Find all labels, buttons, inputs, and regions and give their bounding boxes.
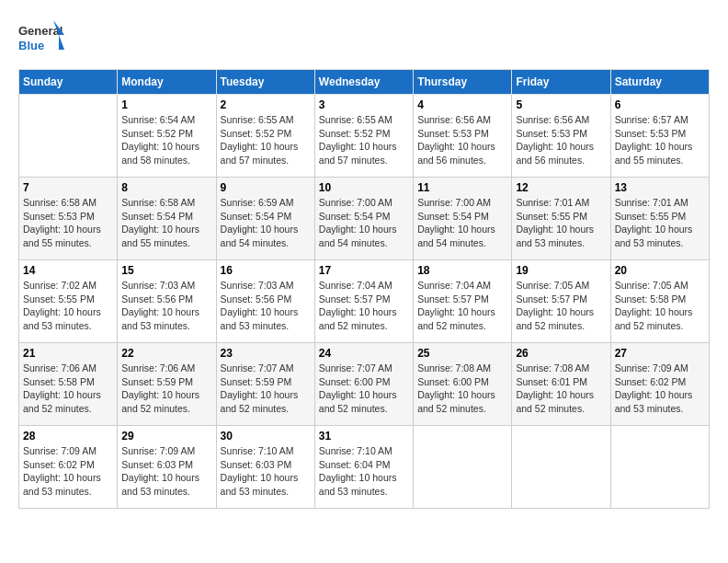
col-header-sunday: Sunday bbox=[19, 70, 118, 95]
day-number: 19 bbox=[516, 264, 606, 277]
day-number: 15 bbox=[121, 264, 211, 277]
calendar-week-row: 28 Sunrise: 7:09 AMSunset: 6:02 PMDaylig… bbox=[19, 426, 710, 509]
day-number: 27 bbox=[615, 347, 705, 360]
calendar-cell: 24 Sunrise: 7:07 AMSunset: 6:00 PMDaylig… bbox=[314, 343, 413, 426]
day-number: 26 bbox=[516, 347, 606, 360]
cell-info: Sunrise: 7:09 AMSunset: 6:03 PMDaylight:… bbox=[121, 445, 199, 497]
cell-info: Sunrise: 7:08 AMSunset: 6:00 PMDaylight:… bbox=[417, 362, 495, 414]
cell-info: Sunrise: 7:00 AMSunset: 5:54 PMDaylight:… bbox=[319, 197, 397, 248]
calendar-cell: 10 Sunrise: 7:00 AMSunset: 5:54 PMDaylig… bbox=[314, 178, 413, 260]
day-number: 7 bbox=[23, 181, 113, 194]
calendar-cell: 8 Sunrise: 6:58 AMSunset: 5:54 PMDayligh… bbox=[118, 178, 216, 260]
day-number: 13 bbox=[615, 181, 705, 194]
calendar-cell: 23 Sunrise: 7:07 AMSunset: 5:59 PMDaylig… bbox=[216, 343, 314, 426]
calendar-cell: 16 Sunrise: 7:03 AMSunset: 5:56 PMDaylig… bbox=[216, 260, 314, 343]
calendar-week-row: 21 Sunrise: 7:06 AMSunset: 5:58 PMDaylig… bbox=[19, 343, 710, 426]
cell-info: Sunrise: 7:07 AMSunset: 6:00 PMDaylight:… bbox=[319, 362, 397, 414]
cell-info: Sunrise: 6:54 AMSunset: 5:52 PMDaylight:… bbox=[121, 114, 199, 166]
calendar-cell: 2 Sunrise: 6:55 AMSunset: 5:52 PMDayligh… bbox=[216, 95, 314, 178]
day-number: 6 bbox=[615, 98, 705, 111]
day-number: 11 bbox=[417, 181, 507, 194]
cell-info: Sunrise: 7:08 AMSunset: 6:01 PMDaylight:… bbox=[516, 362, 594, 414]
cell-info: Sunrise: 7:03 AMSunset: 5:56 PMDaylight:… bbox=[121, 280, 199, 331]
header: General Blue bbox=[18, 18, 710, 60]
cell-info: Sunrise: 6:57 AMSunset: 5:53 PMDaylight:… bbox=[615, 114, 693, 166]
cell-info: Sunrise: 7:05 AMSunset: 5:57 PMDaylight:… bbox=[516, 280, 594, 331]
day-number: 16 bbox=[221, 264, 311, 277]
col-header-thursday: Thursday bbox=[414, 70, 512, 95]
cell-info: Sunrise: 6:58 AMSunset: 5:53 PMDaylight:… bbox=[23, 197, 101, 248]
calendar-cell: 27 Sunrise: 7:09 AMSunset: 6:02 PMDaylig… bbox=[610, 343, 709, 426]
col-header-tuesday: Tuesday bbox=[216, 70, 314, 95]
cell-info: Sunrise: 6:55 AMSunset: 5:52 PMDaylight:… bbox=[319, 114, 397, 166]
calendar-cell: 20 Sunrise: 7:05 AMSunset: 5:58 PMDaylig… bbox=[610, 260, 709, 343]
cell-info: Sunrise: 7:05 AMSunset: 5:58 PMDaylight:… bbox=[615, 280, 693, 331]
cell-info: Sunrise: 7:06 AMSunset: 5:59 PMDaylight:… bbox=[121, 362, 199, 414]
calendar-cell: 30 Sunrise: 7:10 AMSunset: 6:03 PMDaylig… bbox=[216, 426, 314, 509]
calendar-cell: 17 Sunrise: 7:04 AMSunset: 5:57 PMDaylig… bbox=[314, 260, 413, 343]
calendar-cell: 6 Sunrise: 6:57 AMSunset: 5:53 PMDayligh… bbox=[610, 95, 709, 178]
calendar-week-row: 14 Sunrise: 7:02 AMSunset: 5:55 PMDaylig… bbox=[19, 260, 710, 343]
col-header-monday: Monday bbox=[118, 70, 216, 95]
day-number: 14 bbox=[23, 264, 113, 277]
cell-info: Sunrise: 7:00 AMSunset: 5:54 PMDaylight:… bbox=[417, 197, 495, 248]
cell-info: Sunrise: 7:10 AMSunset: 6:04 PMDaylight:… bbox=[319, 445, 397, 497]
cell-info: Sunrise: 7:04 AMSunset: 5:57 PMDaylight:… bbox=[417, 280, 495, 331]
cell-info: Sunrise: 7:01 AMSunset: 5:55 PMDaylight:… bbox=[516, 197, 594, 248]
calendar-cell: 1 Sunrise: 6:54 AMSunset: 5:52 PMDayligh… bbox=[118, 95, 216, 178]
col-header-wednesday: Wednesday bbox=[314, 70, 413, 95]
day-number: 31 bbox=[319, 430, 409, 442]
day-number: 22 bbox=[121, 347, 211, 360]
day-number: 3 bbox=[319, 98, 409, 111]
logo-svg: General Blue bbox=[18, 18, 64, 60]
logo: General Blue bbox=[18, 18, 64, 60]
calendar-cell: 9 Sunrise: 6:59 AMSunset: 5:54 PMDayligh… bbox=[216, 178, 314, 260]
cell-info: Sunrise: 6:56 AMSunset: 5:53 PMDaylight:… bbox=[516, 114, 594, 166]
calendar-cell: 4 Sunrise: 6:56 AMSunset: 5:53 PMDayligh… bbox=[414, 95, 512, 178]
calendar-cell: 15 Sunrise: 7:03 AMSunset: 5:56 PMDaylig… bbox=[118, 260, 216, 343]
calendar-cell: 19 Sunrise: 7:05 AMSunset: 5:57 PMDaylig… bbox=[512, 260, 610, 343]
day-number: 9 bbox=[221, 181, 311, 194]
calendar-cell: 21 Sunrise: 7:06 AMSunset: 5:58 PMDaylig… bbox=[19, 343, 118, 426]
day-number: 5 bbox=[516, 98, 606, 111]
calendar-cell: 3 Sunrise: 6:55 AMSunset: 5:52 PMDayligh… bbox=[314, 95, 413, 178]
cell-info: Sunrise: 7:10 AMSunset: 6:03 PMDaylight:… bbox=[221, 445, 299, 497]
cell-info: Sunrise: 7:06 AMSunset: 5:58 PMDaylight:… bbox=[23, 362, 101, 414]
calendar-cell: 18 Sunrise: 7:04 AMSunset: 5:57 PMDaylig… bbox=[414, 260, 512, 343]
calendar-cell: 13 Sunrise: 7:01 AMSunset: 5:55 PMDaylig… bbox=[610, 178, 709, 260]
day-number: 8 bbox=[121, 181, 211, 194]
calendar-week-row: 1 Sunrise: 6:54 AMSunset: 5:52 PMDayligh… bbox=[19, 95, 710, 178]
calendar-cell bbox=[512, 426, 610, 509]
calendar-cell: 11 Sunrise: 7:00 AMSunset: 5:54 PMDaylig… bbox=[414, 178, 512, 260]
calendar-cell bbox=[610, 426, 709, 509]
cell-info: Sunrise: 7:09 AMSunset: 6:02 PMDaylight:… bbox=[23, 445, 101, 497]
cell-info: Sunrise: 6:56 AMSunset: 5:53 PMDaylight:… bbox=[417, 114, 495, 166]
calendar-cell: 29 Sunrise: 7:09 AMSunset: 6:03 PMDaylig… bbox=[118, 426, 216, 509]
calendar-cell bbox=[19, 95, 118, 178]
calendar-week-row: 7 Sunrise: 6:58 AMSunset: 5:53 PMDayligh… bbox=[19, 178, 710, 260]
cell-info: Sunrise: 7:01 AMSunset: 5:55 PMDaylight:… bbox=[615, 197, 693, 248]
col-header-friday: Friday bbox=[512, 70, 610, 95]
calendar-cell: 12 Sunrise: 7:01 AMSunset: 5:55 PMDaylig… bbox=[512, 178, 610, 260]
cell-info: Sunrise: 7:09 AMSunset: 6:02 PMDaylight:… bbox=[615, 362, 693, 414]
calendar-cell: 25 Sunrise: 7:08 AMSunset: 6:00 PMDaylig… bbox=[414, 343, 512, 426]
day-number: 12 bbox=[516, 181, 606, 194]
day-number: 17 bbox=[319, 264, 409, 277]
calendar-cell: 26 Sunrise: 7:08 AMSunset: 6:01 PMDaylig… bbox=[512, 343, 610, 426]
day-number: 25 bbox=[417, 347, 507, 360]
day-number: 20 bbox=[615, 264, 705, 277]
day-number: 18 bbox=[417, 264, 507, 277]
day-number: 24 bbox=[319, 347, 409, 360]
calendar-cell: 14 Sunrise: 7:02 AMSunset: 5:55 PMDaylig… bbox=[19, 260, 118, 343]
cell-info: Sunrise: 7:03 AMSunset: 5:56 PMDaylight:… bbox=[221, 280, 299, 331]
cell-info: Sunrise: 7:07 AMSunset: 5:59 PMDaylight:… bbox=[221, 362, 299, 414]
day-number: 4 bbox=[417, 98, 507, 111]
calendar-cell: 28 Sunrise: 7:09 AMSunset: 6:02 PMDaylig… bbox=[19, 426, 118, 509]
col-header-saturday: Saturday bbox=[610, 70, 709, 95]
calendar-cell: 5 Sunrise: 6:56 AMSunset: 5:53 PMDayligh… bbox=[512, 95, 610, 178]
cell-info: Sunrise: 7:02 AMSunset: 5:55 PMDaylight:… bbox=[23, 280, 101, 331]
day-number: 30 bbox=[221, 430, 311, 442]
cell-info: Sunrise: 6:55 AMSunset: 5:52 PMDaylight:… bbox=[221, 114, 299, 166]
day-number: 10 bbox=[319, 181, 409, 194]
day-number: 28 bbox=[23, 430, 113, 442]
